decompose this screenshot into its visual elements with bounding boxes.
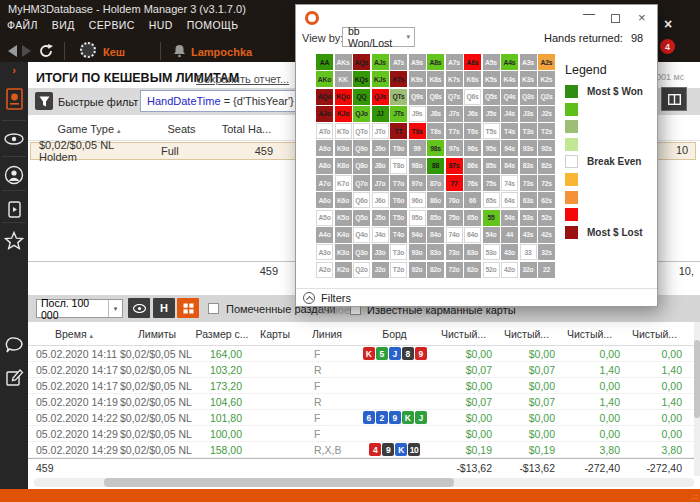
hand-cell-K9o[interactable]: K9o bbox=[335, 140, 352, 156]
menu-item-файл[interactable]: ФАЙЛ bbox=[7, 19, 38, 31]
hand-cell-T3o[interactable]: T3o bbox=[390, 244, 407, 260]
hand-cell-82o[interactable]: 82o bbox=[427, 262, 444, 278]
hand-cell-72o[interactable]: 72o bbox=[446, 262, 463, 278]
hand-cell-84o[interactable]: 84o bbox=[427, 227, 444, 243]
sidebar-item-reports[interactable] bbox=[0, 82, 28, 116]
hand-cell-KTo[interactable]: KTo bbox=[335, 123, 352, 139]
hand-cell-K8s[interactable]: K8s bbox=[427, 71, 444, 87]
hand-cell-98s[interactable]: 98s bbox=[427, 140, 444, 156]
hand-cell-Q9s[interactable]: Q9s bbox=[409, 89, 426, 105]
hand-cell-T7s[interactable]: T7s bbox=[446, 123, 463, 139]
hand-cell-64s[interactable]: 64s bbox=[501, 192, 518, 208]
maximize-icon[interactable] bbox=[611, 14, 620, 23]
hand-cell-AKo[interactable]: AKo bbox=[316, 71, 333, 87]
hand-cell-K3o[interactable]: K3o bbox=[335, 244, 352, 260]
hand-cell-83s[interactable]: 83s bbox=[520, 158, 537, 174]
hand-cell-42o[interactable]: 42o bbox=[501, 262, 518, 278]
refresh-icon[interactable] bbox=[38, 43, 54, 59]
hand-cell-A8o[interactable]: A8o bbox=[316, 158, 333, 174]
hand-cell-K9s[interactable]: K9s bbox=[409, 71, 426, 87]
hand-cell-Q8o[interactable]: Q8o bbox=[353, 158, 370, 174]
hands-col-5[interactable]: Борд bbox=[354, 328, 435, 340]
vertical-scrollbar[interactable] bbox=[694, 322, 700, 476]
hand-cell-K7o[interactable]: K7o bbox=[335, 175, 352, 191]
hand-cell-83o[interactable]: 83o bbox=[427, 244, 444, 260]
hand-cell-J8o[interactable]: J8o bbox=[372, 158, 389, 174]
hand-cell-A8s[interactable]: A8s bbox=[427, 54, 444, 70]
hand-cell-74s[interactable]: 74s bbox=[501, 175, 518, 191]
hand-cell-87s[interactable]: 87s bbox=[446, 158, 463, 174]
hand-cell-A7s[interactable]: A7s bbox=[446, 54, 463, 70]
hand-cell-88[interactable]: 88 bbox=[427, 158, 444, 174]
hand-cell-A2o[interactable]: A2o bbox=[316, 262, 333, 278]
hand-cell-Q6o[interactable]: Q6o bbox=[353, 192, 370, 208]
hand-cell-84s[interactable]: 84s bbox=[501, 158, 518, 174]
menu-item-сервис[interactable]: СЕРВИС bbox=[89, 19, 135, 31]
hand-cell-J7s[interactable]: J7s bbox=[446, 106, 463, 122]
hand-cell-Q4s[interactable]: Q4s bbox=[501, 89, 518, 105]
hand-cell-T5s[interactable]: T5s bbox=[483, 123, 500, 139]
resize-grip[interactable]: .:: bbox=[691, 492, 698, 501]
hand-cell-A5s[interactable]: A5s bbox=[483, 54, 500, 70]
hand-cell-33[interactable]: 33 bbox=[520, 244, 537, 260]
hand-cell-A9o[interactable]: A9o bbox=[316, 140, 333, 156]
sidebar-item-notes[interactable] bbox=[0, 362, 28, 392]
filter-funnel-button[interactable] bbox=[35, 92, 53, 110]
hand-cell-AQo[interactable]: AQo bbox=[316, 89, 333, 105]
marked-hands-checkbox[interactable] bbox=[208, 303, 219, 314]
grid-view-button[interactable] bbox=[177, 298, 199, 318]
sidebar-item-replayer[interactable] bbox=[0, 194, 28, 224]
hand-cell-77[interactable]: 77 bbox=[446, 175, 463, 191]
hand-cell-A7o[interactable]: A7o bbox=[316, 175, 333, 191]
hand-cell-97s[interactable]: 97s bbox=[446, 140, 463, 156]
hand-cell-92o[interactable]: 92o bbox=[409, 262, 426, 278]
hand-cell-QTs[interactable]: QTs bbox=[390, 89, 407, 105]
hand-cell-AJs[interactable]: AJs bbox=[372, 54, 389, 70]
hand-cell-T8s[interactable]: T8s bbox=[427, 123, 444, 139]
hand-cell-93o[interactable]: 93o bbox=[409, 244, 426, 260]
hand-cell-K5s[interactable]: K5s bbox=[483, 71, 500, 87]
hand-cell-85s[interactable]: 85s bbox=[483, 158, 500, 174]
hand-cell-95s[interactable]: 95s bbox=[483, 140, 500, 156]
hand-cell-QJs[interactable]: QJs bbox=[372, 89, 389, 105]
column-chooser-button[interactable] bbox=[661, 87, 687, 111]
hand-cell-54o[interactable]: 54o bbox=[483, 227, 500, 243]
sidebar-item-players[interactable] bbox=[0, 160, 28, 190]
cash-tab[interactable]: Кеш bbox=[103, 46, 125, 58]
hand-row[interactable]: 05.02.2020 14:11$0,02/$0,05 NL H164,00FK… bbox=[28, 346, 694, 362]
hand-cell-93s[interactable]: 93s bbox=[520, 140, 537, 156]
hand-cell-86s[interactable]: 86s bbox=[464, 158, 481, 174]
hand-cell-JTs[interactable]: JTs bbox=[390, 106, 407, 122]
hands-col-2[interactable]: Размер с... bbox=[194, 328, 250, 340]
hand-cell-A2s[interactable]: A2s bbox=[538, 54, 555, 70]
hands-col-1[interactable]: Лимиты bbox=[120, 328, 194, 340]
hands-col-4[interactable]: Линия bbox=[300, 328, 354, 340]
col-game-type[interactable]: Game Type ▴ bbox=[28, 123, 150, 135]
hud-toggle-button[interactable]: H bbox=[153, 298, 175, 318]
hand-cell-52s[interactable]: 52s bbox=[538, 210, 555, 226]
hand-cell-92s[interactable]: 92s bbox=[538, 140, 555, 156]
hand-row[interactable]: 05.02.2020 14:29$0,02/$0,05 NL H158,00R,… bbox=[28, 442, 694, 458]
hand-cell-T4o[interactable]: T4o bbox=[390, 227, 407, 243]
hand-cell-73s[interactable]: 73s bbox=[520, 175, 537, 191]
hand-cell-AQs[interactable]: AQs bbox=[353, 54, 370, 70]
hand-row[interactable]: 05.02.2020 14:19$0,02/$0,05 NL H104,60R$… bbox=[28, 394, 694, 410]
hand-cell-A5o[interactable]: A5o bbox=[316, 210, 333, 226]
hand-cell-T5o[interactable]: T5o bbox=[390, 210, 407, 226]
hand-cell-54s[interactable]: 54s bbox=[501, 210, 518, 226]
hand-cell-J9o[interactable]: J9o bbox=[372, 140, 389, 156]
hand-cell-Q7s[interactable]: Q7s bbox=[446, 89, 463, 105]
hand-cell-KQs[interactable]: KQs bbox=[353, 71, 370, 87]
hand-cell-J2s[interactable]: J2s bbox=[538, 106, 555, 122]
hand-cell-J6o[interactable]: J6o bbox=[372, 192, 389, 208]
hand-cell-65s[interactable]: 65s bbox=[483, 192, 500, 208]
hand-cell-T4s[interactable]: T4s bbox=[501, 123, 518, 139]
hand-cell-Q4o[interactable]: Q4o bbox=[353, 227, 370, 243]
hand-cell-A3o[interactable]: A3o bbox=[316, 244, 333, 260]
menu-item-вид[interactable]: ВИД bbox=[52, 19, 75, 31]
hand-cell-TT[interactable]: TT bbox=[390, 123, 407, 139]
hand-cell-J2o[interactable]: J2o bbox=[372, 262, 389, 278]
hand-cell-K7s[interactable]: K7s bbox=[446, 71, 463, 87]
hand-row[interactable]: 05.02.2020 14:17$0,02/$0,05 NL H173,20F$… bbox=[28, 378, 694, 394]
hands-col-3[interactable]: Карты bbox=[250, 328, 300, 340]
